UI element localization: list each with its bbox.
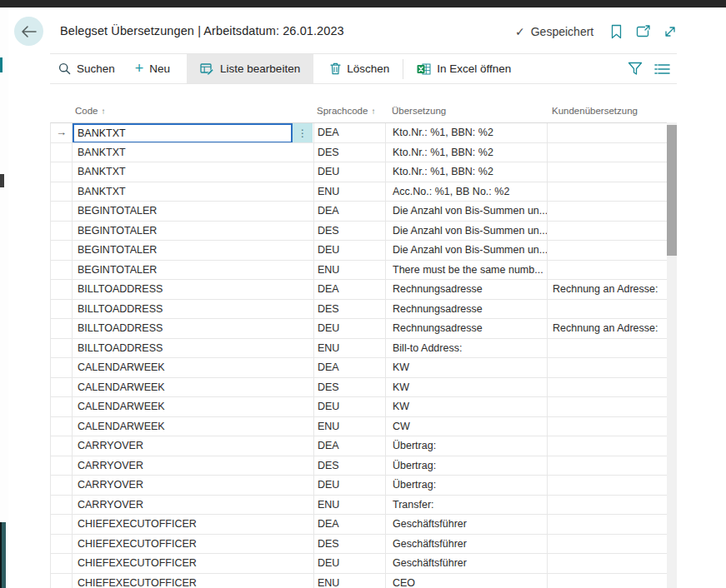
code-cell[interactable]: BILLTOADDRESS [73, 339, 314, 358]
uebersetzung-cell[interactable]: CEO [386, 574, 548, 588]
uebersetzung-cell[interactable]: Kto.Nr.: %1, BBN: %2 [386, 162, 548, 182]
sprachcode-cell[interactable]: DEA [314, 436, 386, 456]
table-row[interactable]: BILLTOADDRESSDEARechnungsadresseRechnung… [51, 280, 667, 300]
uebersetzung-cell[interactable]: Transfer: [386, 496, 548, 515]
uebersetzung-cell[interactable]: KW [386, 358, 548, 377]
kundenuebersetzung-cell[interactable] [548, 535, 668, 554]
code-cell[interactable]: CALENDARWEEK [73, 397, 314, 416]
table-row[interactable]: BANKTXTENUAcc.No.: %1, BB No.: %2 [51, 182, 667, 202]
filter-button[interactable] [627, 61, 643, 77]
table-row[interactable]: CHIEFEXECUTOFFICERDESGeschäftsführer [51, 535, 667, 555]
code-cell[interactable]: CHIEFEXECUTOFFICER [73, 574, 314, 588]
sprachcode-cell[interactable]: DEA [314, 515, 386, 534]
sprachcode-cell[interactable]: DEU [314, 397, 386, 416]
sprachcode-cell[interactable]: ENU [314, 261, 386, 280]
row-selector-cell[interactable] [51, 515, 73, 534]
row-selector-cell[interactable] [51, 261, 73, 280]
kundenuebersetzung-cell[interactable] [548, 378, 668, 397]
expand-button[interactable] [662, 23, 678, 39]
column-header-sprachcode[interactable]: Sprachcode↑ [313, 106, 385, 116]
table-row[interactable]: CARRYOVERDESÜbertrag: [51, 456, 667, 476]
table-row[interactable]: BEGINTOTALERDEUDie Anzahl von Bis-Summen… [51, 241, 667, 261]
kundenuebersetzung-cell[interactable] [548, 496, 668, 515]
vertical-scrollbar-thumb[interactable] [667, 125, 677, 256]
code-cell[interactable]: BEGINTOTALER [73, 241, 314, 260]
table-row[interactable]: BILLTOADDRESSENUBill-to Address: [51, 339, 667, 359]
row-selector-cell[interactable] [51, 339, 73, 358]
uebersetzung-cell[interactable]: Die Anzahl von Bis-Summen un... [386, 202, 548, 221]
kundenuebersetzung-cell[interactable] [548, 554, 668, 573]
table-row[interactable]: CARRYOVERDEUÜbertrag: [51, 476, 667, 496]
code-cell[interactable]: CARRYOVER [73, 436, 314, 456]
row-selector-cell[interactable] [51, 574, 73, 588]
kundenuebersetzung-cell[interactable] [548, 339, 668, 358]
row-selector-cell[interactable]: → [51, 123, 73, 142]
uebersetzung-cell[interactable]: CW [386, 417, 548, 436]
table-row[interactable]: BEGINTOTALERENUThere must be the same nu… [51, 261, 667, 281]
code-cell[interactable]: BILLTOADDRESS [73, 300, 314, 319]
kundenuebersetzung-cell[interactable] [548, 358, 668, 377]
table-row[interactable]: CARRYOVERDEAÜbertrag: [51, 436, 667, 456]
uebersetzung-cell[interactable]: Geschäftsführer [386, 515, 548, 534]
uebersetzung-cell[interactable]: Rechnungsadresse [386, 319, 548, 338]
table-row[interactable]: BILLTOADDRESSDEURechnungsadresseRechnung… [51, 319, 667, 339]
sprachcode-cell[interactable]: DEA [314, 358, 386, 377]
kundenuebersetzung-cell[interactable] [548, 182, 668, 202]
kundenuebersetzung-cell[interactable] [548, 261, 668, 280]
kundenuebersetzung-cell[interactable] [548, 436, 668, 456]
row-selector-cell[interactable] [51, 182, 73, 202]
code-cell[interactable]: CHIEFEXECUTOFFICER [73, 515, 314, 534]
row-selector-cell[interactable] [51, 319, 73, 338]
bookmark-button[interactable] [608, 23, 624, 39]
kundenuebersetzung-cell[interactable] [548, 515, 668, 534]
row-selector-cell[interactable] [51, 496, 73, 515]
column-header-uebersetzung[interactable]: Übersetzung [385, 106, 547, 116]
table-row[interactable]: BEGINTOTALERDEADie Anzahl von Bis-Summen… [51, 202, 667, 222]
show-list-button[interactable] [654, 61, 670, 77]
code-cell[interactable]: BANKTXT [73, 182, 314, 202]
row-selector-cell[interactable] [51, 162, 73, 182]
table-row[interactable]: CHIEFEXECUTOFFICERDEAGeschäftsführer [51, 515, 667, 535]
cell-ellipsis-button[interactable]: ⋮ [293, 123, 313, 142]
row-selector-cell[interactable] [51, 476, 73, 495]
row-selector-cell[interactable] [51, 456, 73, 476]
kundenuebersetzung-cell[interactable] [548, 574, 668, 588]
code-cell[interactable]: CARRYOVER [73, 456, 314, 476]
row-selector-cell[interactable] [51, 222, 73, 241]
sprachcode-cell[interactable]: ENU [314, 417, 386, 436]
code-cell[interactable]: CALENDARWEEK [73, 417, 314, 436]
sprachcode-cell[interactable]: DES [314, 222, 386, 241]
uebersetzung-cell[interactable]: Geschäftsführer [386, 535, 548, 554]
sprachcode-cell[interactable]: DEU [314, 241, 386, 260]
sprachcode-cell[interactable]: DES [314, 143, 386, 162]
row-selector-cell[interactable] [51, 436, 73, 456]
code-cell[interactable]: CARRYOVER [73, 476, 314, 495]
kundenuebersetzung-cell[interactable] [548, 397, 668, 416]
table-row[interactable]: CHIEFEXECUTOFFICERDEUGeschäftsführer [51, 554, 667, 574]
new-button[interactable]: + Neu [125, 54, 180, 83]
sprachcode-cell[interactable]: ENU [314, 496, 386, 515]
code-cell-input[interactable] [73, 123, 293, 142]
uebersetzung-cell[interactable]: Übertrag: [386, 476, 548, 495]
delete-button[interactable]: Löschen [320, 54, 399, 83]
back-button[interactable] [14, 17, 43, 46]
column-header-code[interactable]: Code↑ [72, 106, 313, 116]
uebersetzung-cell[interactable]: Acc.No.: %1, BB No.: %2 [386, 182, 548, 202]
uebersetzung-cell[interactable]: Kto.Nr.: %1, BBN: %2 [386, 123, 548, 142]
uebersetzung-cell[interactable]: Übertrag: [386, 436, 548, 456]
row-selector-cell[interactable] [51, 535, 73, 554]
sprachcode-cell[interactable]: DEU [314, 162, 386, 182]
table-row[interactable]: CHIEFEXECUTOFFICERENUCEO [51, 574, 667, 588]
code-cell[interactable]: BILLTOADDRESS [73, 280, 314, 299]
code-cell[interactable]: BEGINTOTALER [73, 202, 314, 221]
code-cell[interactable]: BEGINTOTALER [73, 261, 314, 280]
sprachcode-cell[interactable]: DEU [314, 554, 386, 573]
code-cell[interactable]: CALENDARWEEK [73, 358, 314, 377]
sprachcode-cell[interactable]: DES [314, 378, 386, 397]
uebersetzung-cell[interactable]: KW [386, 397, 548, 416]
table-row[interactable]: BILLTOADDRESSDESRechnungsadresse [51, 300, 667, 320]
uebersetzung-cell[interactable]: Die Anzahl von Bis-Summen un... [386, 222, 548, 241]
uebersetzung-cell[interactable]: Bill-to Address: [386, 339, 548, 358]
kundenuebersetzung-cell[interactable] [548, 241, 668, 260]
kundenuebersetzung-cell[interactable]: Rechnung an Adresse: [548, 319, 668, 338]
